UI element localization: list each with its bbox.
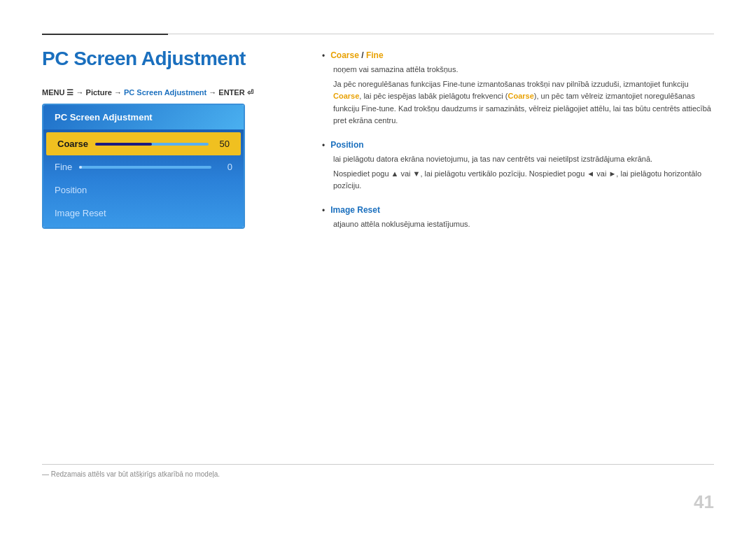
coarse-value: 50 <box>216 139 230 149</box>
tv-menu-panel: PC Screen Adjustment Coarse 50 Fine 0 <box>42 104 245 229</box>
image-reset-label: Image Reset <box>55 208 106 218</box>
footnote-text: ― Redzamais attēls var būt atšķirīgs atk… <box>42 470 714 478</box>
tv-panel-body: Coarse 50 Fine 0 Position Image Rese <box>43 129 244 227</box>
menu-item-fine[interactable]: Fine 0 <box>43 155 244 178</box>
image-reset-title-row: • Image Reset <box>322 205 714 216</box>
coarse-slider-fill <box>95 143 152 146</box>
fine-slider-container <box>79 166 211 169</box>
coarse-fine-body2: Ja pēc noregulēšanas funkcijas Fine-tune… <box>333 78 714 127</box>
image-reset-body1: atjauno attēla noklusējuma iestatījumus. <box>333 218 714 231</box>
coarse-slider-track <box>95 143 209 146</box>
position-body2: Nospiediet pogu ▲ vai ▼, lai pielāgotu v… <box>333 168 714 192</box>
menu-prefix: MENU ☰ <box>42 88 76 97</box>
top-accent-line <box>42 34 168 35</box>
coarse-slider-container <box>95 143 209 146</box>
menu-arrow1: → <box>76 88 86 97</box>
tv-panel-header: PC Screen Adjustment <box>43 105 244 129</box>
fine-slider-track <box>79 166 211 169</box>
bullet-dot-2: • <box>322 141 325 150</box>
right-content-area: • Coarse / Fine noņem vai samazina attēl… <box>322 50 714 243</box>
position-body1: lai pielāgotu datora ekrāna novietojumu,… <box>333 153 714 166</box>
menu-arrow2: → <box>114 88 124 97</box>
page-title: PC Screen Adjustment <box>42 48 246 70</box>
coarse-fine-title: Coarse / Fine <box>330 50 383 60</box>
coarse-fine-title-row: • Coarse / Fine <box>322 50 714 61</box>
coarse-fine-body1: noņem vai samazina attēla trokšņus. <box>333 64 714 76</box>
menu-item-image-reset[interactable]: Image Reset <box>43 202 244 225</box>
position-title: Position <box>330 140 363 150</box>
menu-item-coarse[interactable]: Coarse 50 <box>46 132 241 155</box>
section-image-reset: • Image Reset atjauno attēla noklusējuma… <box>322 205 714 231</box>
menu-path: MENU ☰ → Picture → PC Screen Adjustment … <box>42 88 253 97</box>
coarse-label: Coarse <box>57 139 88 149</box>
image-reset-title: Image Reset <box>330 205 380 215</box>
menu-item-position[interactable]: Position <box>43 178 244 202</box>
section-coarse-fine: • Coarse / Fine noņem vai samazina attēl… <box>322 50 714 127</box>
footnote-area: ― Redzamais attēls var būt atšķirīgs atk… <box>42 464 714 478</box>
menu-picture: Picture <box>86 88 112 97</box>
fine-value: 0 <box>218 162 232 172</box>
position-label: Position <box>55 185 87 195</box>
position-title-row: • Position <box>322 140 714 150</box>
fine-label: Fine <box>55 162 72 172</box>
page-number: 41 <box>694 491 714 513</box>
bullet-dot-3: • <box>322 206 325 216</box>
section-position: • Position lai pielāgotu datora ekrāna n… <box>322 140 714 192</box>
fine-slider-fill <box>79 166 82 169</box>
menu-pc-screen: PC Screen Adjustment <box>124 88 206 97</box>
bullet-dot-1: • <box>322 51 325 61</box>
menu-arrow3: → ENTER ⏎ <box>209 88 253 97</box>
